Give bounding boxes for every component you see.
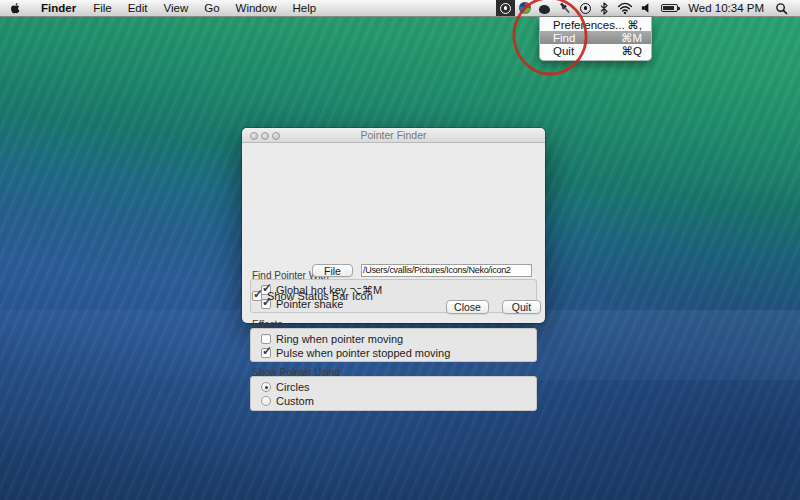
pointer-finder-window: Pointer Finder Find Pointer With ✓ Globa… [242,128,545,323]
file-button[interactable]: File [312,264,353,277]
bluetooth-icon [599,2,609,15]
checkbox-icon [261,334,271,344]
menu-item-quit[interactable]: Quit ⌘Q [540,44,651,57]
group-box-effects: Ring when pointer moving ✓ Pulse when po… [250,328,537,362]
checkbox-label: Pulse when pointer stopped moving [276,347,450,359]
checkbox-icon: ✓ [252,291,262,301]
flashlight-menu-extra[interactable] [554,0,576,16]
wifi-icon [617,2,633,14]
quit-button[interactable]: Quit [502,300,541,314]
radio-button-icon [261,382,271,392]
check-mark-icon: ✓ [262,344,272,358]
checkbox-pulse-when-stopped[interactable]: ✓ Pulse when pointer stopped moving [261,347,536,359]
menu-file[interactable]: File [85,0,120,16]
window-title-bar[interactable]: Pointer Finder [242,128,545,143]
spotlight-menu-extra[interactable] [771,0,792,16]
menu-item-label: Quit [553,45,574,57]
checkbox-icon: ✓ [261,348,271,358]
checkbox-label: Ring when pointer moving [276,333,403,345]
apple-menu[interactable] [10,2,23,15]
radio-label: Circles [276,381,310,393]
dark-animal-icon [539,5,550,14]
menu-edit[interactable]: Edit [120,0,156,16]
menu-bar-clock[interactable]: Wed 10:34 PM [682,2,771,14]
battery-menu-extra[interactable] [657,0,682,16]
target-menu-extra[interactable] [576,0,595,16]
menu-window[interactable]: Window [228,0,285,16]
dark-app-menu-extra[interactable] [535,0,554,16]
pointer-finder-target-icon [500,3,511,14]
pointer-finder-menu-extra[interactable] [496,0,515,16]
menu-item-shortcut: ⌘Q [622,44,642,58]
colored-sphere-menu-extra[interactable] [515,0,535,16]
apple-icon [10,2,21,15]
menu-item-label: Preferences... [553,19,625,31]
minimize-window-button[interactable] [261,132,269,140]
checkbox-show-status-bar-icon[interactable]: ✓ Show Status Bar Icon [252,290,373,302]
menu-bar: Finder File Edit View Go Window Help [0,0,800,17]
status-menu: Preferences... ⌘, Find ⌘M Quit ⌘Q [539,17,652,61]
menu-go[interactable]: Go [196,0,227,16]
volume-icon [641,2,653,14]
spotlight-icon [775,2,788,15]
menu-item-shortcut: ⌘, [627,18,642,32]
bluetooth-menu-extra[interactable] [595,0,613,16]
target-icon [580,3,591,14]
check-mark-icon: ✓ [253,287,263,301]
volume-menu-extra[interactable] [637,0,657,16]
menu-item-preferences[interactable]: Preferences... ⌘, [540,18,651,31]
checkbox-label: Show Status Bar Icon [267,290,373,302]
menu-item-shortcut: ⌘M [621,31,642,45]
close-button[interactable]: Close [446,300,489,314]
flashlight-icon [558,1,572,15]
menu-finder[interactable]: Finder [32,0,85,16]
close-window-button[interactable] [250,132,258,140]
custom-icon-path-field[interactable]: /Users/cvallis/Pictures/Icons/Neko/icon2 [361,264,532,277]
menu-help[interactable]: Help [284,0,324,16]
radio-custom[interactable]: Custom [261,395,536,407]
radio-button-icon [261,396,271,406]
colored-sphere-icon [519,2,531,14]
zoom-window-button[interactable] [272,132,280,140]
menu-view[interactable]: View [156,0,197,16]
window-title: Pointer Finder [242,129,545,141]
radio-circles[interactable]: Circles [261,381,536,393]
checkbox-ring-when-moving[interactable]: Ring when pointer moving [261,333,536,345]
menu-item-find[interactable]: Find ⌘M [540,31,651,44]
battery-icon [661,4,678,12]
menu-item-label: Find [553,32,575,44]
radio-label: Custom [276,395,314,407]
group-box-show-pointer-using: Circles Custom [250,376,537,411]
wifi-menu-extra[interactable] [613,0,637,16]
